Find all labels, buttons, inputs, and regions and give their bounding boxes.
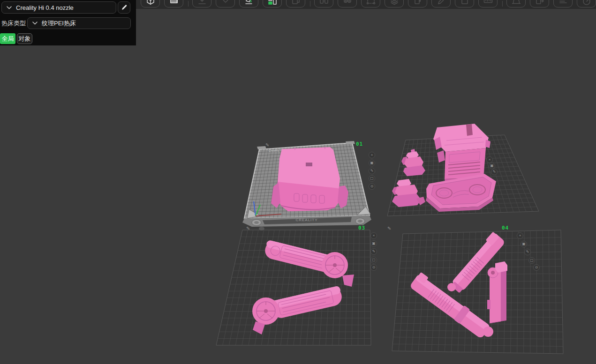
edit-plate-icon[interactable]: ✎	[491, 169, 498, 175]
lock-plate-icon[interactable]: ▣	[521, 241, 527, 247]
plate-number-label: 01	[356, 141, 363, 147]
ruler-button[interactable]	[478, 0, 498, 7]
top-toolbar	[136, 0, 596, 9]
lock-plate-icon[interactable]: ▣	[370, 240, 377, 247]
measure-nodes-button[interactable]	[361, 0, 380, 7]
printer-selector[interactable]: Creality Hi 0.4 nozzle	[1, 1, 116, 14]
chevron-down-icon	[32, 22, 38, 25]
edit-plate-icon[interactable]: ✎	[370, 248, 377, 255]
toolbar-separator	[188, 1, 189, 7]
delete-plate-icon[interactable]: ×	[369, 152, 375, 158]
duplicate-plate-icon[interactable]: ▢	[369, 175, 375, 182]
plate-number-label: 04	[502, 225, 509, 231]
duplicate-plate-icon[interactable]: ▢	[370, 257, 377, 263]
toolbar-separator	[310, 1, 310, 7]
export-button[interactable]	[530, 0, 549, 7]
bed-type-label: 热床类型	[1, 19, 26, 28]
bed-type-selector[interactable]: 纹理PEI热床	[27, 17, 131, 29]
clone-button[interactable]	[286, 0, 305, 7]
delete-plate-icon[interactable]: ×	[517, 232, 523, 239]
draw-button[interactable]	[431, 0, 451, 7]
settings-panel: Creality Hi 0.4 nozzle 热床类型 纹理PEI热床 全局 对…	[0, 0, 136, 45]
rotate-object-button[interactable]	[408, 0, 427, 7]
edit-plate-icon[interactable]: ✎	[387, 226, 391, 231]
plate-settings-icon[interactable]: ⊙	[369, 183, 375, 190]
list-button[interactable]	[553, 0, 573, 7]
edit-plate-icon[interactable]: ✎	[265, 142, 269, 148]
duplicate-plate-icon[interactable]: ▢	[528, 257, 535, 264]
gauge-button[interactable]	[577, 0, 596, 7]
delete-plate-icon[interactable]: ×	[486, 156, 493, 163]
viewport-3d-scene[interactable]: CREALITY Creality Hi	[0, 0, 596, 364]
plate-number-label: 03	[358, 225, 365, 231]
plate-edge-branding: CREALITY	[295, 218, 317, 222]
lock-plate-icon[interactable]: ▣	[489, 163, 495, 169]
view-cube-button[interactable]	[141, 0, 160, 7]
plate-settings-icon[interactable]: ⊙	[370, 264, 377, 271]
support-button[interactable]	[506, 0, 526, 7]
tab-global[interactable]: 全局	[0, 33, 15, 44]
auto-arrange-button[interactable]	[263, 0, 282, 7]
edit-plate-icon[interactable]: ✎	[369, 168, 375, 174]
settings-tabs: 全局 对象	[0, 33, 32, 44]
import-model-button[interactable]	[192, 0, 211, 7]
chevron-down-icon	[7, 6, 12, 9]
split-objects-button[interactable]	[314, 0, 333, 7]
toolbar-separator	[502, 1, 503, 7]
edit-printer-button[interactable]	[118, 1, 130, 14]
printer-selector-value: Creality Hi 0.4 nozzle	[16, 4, 74, 11]
edit-plate-icon[interactable]: ✎	[524, 249, 531, 255]
delete-plate-icon[interactable]: ×	[370, 232, 377, 239]
bed-type-value: 纹理PEI热床	[42, 19, 76, 28]
build-plate-button[interactable]	[164, 0, 183, 7]
object-settings-button[interactable]	[338, 0, 357, 7]
lock-plate-icon[interactable]: ▣	[369, 160, 375, 166]
plate-settings-icon[interactable]: ⊙	[533, 264, 540, 271]
more-actions-button[interactable]	[216, 0, 235, 7]
pencil-icon	[121, 4, 128, 11]
model-leg-3[interactable]	[487, 261, 507, 323]
frame-button[interactable]	[455, 0, 474, 7]
layers-button[interactable]	[385, 0, 404, 7]
drop-to-bed-button[interactable]	[239, 0, 258, 7]
edit-plate-icon[interactable]: ✎	[246, 226, 250, 231]
tab-object[interactable]: 对象	[17, 33, 32, 44]
